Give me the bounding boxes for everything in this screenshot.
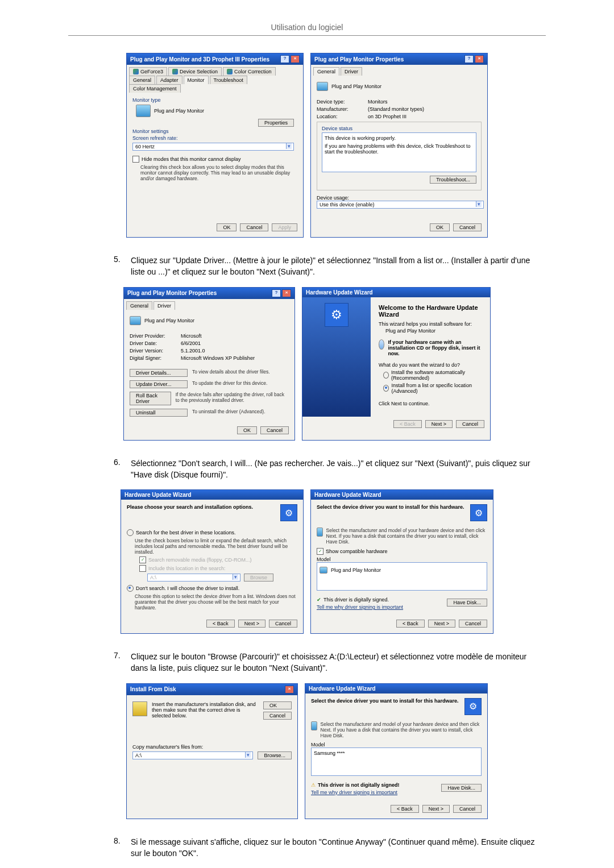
ok-button[interactable]: OK [217,223,237,231]
figure-row-3: Hardware Update Wizard Please choose you… [68,489,546,634]
radio-search-best[interactable] [127,529,134,536]
driver-details-button[interactable]: Driver Details... [130,369,188,377]
browse-button[interactable]: Browse... [258,751,292,759]
cancel-button[interactable]: Cancel [269,620,297,628]
device-type-value: Monitors [368,99,388,105]
hide-modes-help: Clearing this check box allows you to se… [140,164,297,181]
device-usage-select[interactable]: Use this device (enable) [317,201,484,209]
next-button[interactable]: Next > [422,805,450,813]
tab-troubleshoot[interactable]: Troubleshoot [210,76,247,84]
hide-modes-checkbox[interactable] [132,156,139,163]
wizard-help-text: Select the manufacturer and model of you… [321,721,482,738]
tab-color-management[interactable]: Color Management [129,84,181,93]
cancel-button[interactable]: Cancel [456,420,484,428]
model-item[interactable]: Plug and Play Monitor [331,567,381,573]
driver-version-value: 5.1.2001.0 [181,348,205,354]
refresh-rate-label: Screen refresh rate: [132,135,297,141]
update-driver-button[interactable]: Update Driver... [130,380,188,388]
figure-row-4: Install From Disk × Insert the manufactu… [68,683,546,819]
checkbox-removable-media [139,556,146,563]
tab-geforce3[interactable]: GeForce3 [129,67,167,76]
help-icon[interactable]: ? [464,55,474,63]
driver-date-label: Driver Date: [130,340,181,346]
model-label: Model [317,556,487,562]
close-icon[interactable]: × [282,289,291,297]
next-button[interactable]: Next > [238,620,265,628]
floppy-icon [132,701,147,716]
cancel-button[interactable]: Cancel [263,712,292,720]
tab-general[interactable]: General [129,76,155,84]
radio-search-best-help: Use the check boxes below to limit or ex… [135,538,297,555]
cancel-button[interactable]: Cancel [453,805,482,813]
next-button[interactable]: Next > [428,620,455,628]
step-number: 5. [114,255,131,278]
close-icon[interactable]: × [285,686,294,693]
hardware-wizard-select-driver-dialog-2: Hardware Update Wizard Select the device… [305,683,488,819]
back-button[interactable]: < Back [391,805,419,813]
tell-me-why-link[interactable]: Tell me why driver signing is important [311,790,400,795]
monitor-name: Plug and Play Monitor [331,84,381,89]
tab-device-selection[interactable]: Device Selection [168,67,222,76]
apply-button[interactable]: Apply [272,223,297,231]
close-icon[interactable]: × [291,55,300,63]
browse-button: Browse [244,574,273,582]
device-status-box: This device is working properly. If you … [322,132,476,172]
tell-me-why-link[interactable]: Tell me why driver signing is important [317,604,403,610]
have-disk-button[interactable]: Have Disk... [441,784,482,792]
tab-driver[interactable]: Driver [154,301,175,310]
radio-dont-search[interactable] [127,585,134,592]
window-title: Plug and Play Monitor Properties [314,56,404,63]
ok-button[interactable]: OK [263,701,292,709]
location-label: Location: [317,114,368,119]
hide-modes-label: Hide modes that this monitor cannot disp… [142,156,241,162]
checkbox-removable-media-label: Search removable media (floppy, CD-ROM..… [148,557,251,563]
back-button[interactable]: < Back [393,420,422,428]
cancel-button[interactable]: Cancel [459,620,487,628]
model-listbox[interactable]: Plug and Play Monitor [317,562,487,591]
tab-adapter[interactable]: Adapter [156,76,182,84]
tab-driver[interactable]: Driver [341,67,362,76]
cancel-button[interactable]: Cancel [453,223,482,231]
tabs-row1: GeForce3 Device Selection Color Correcti… [127,65,303,76]
window-title: Install From Disk [130,686,176,692]
tab-color-correction[interactable]: Color Correction [223,67,276,76]
show-compatible-checkbox[interactable] [317,548,323,555]
header-divider [68,35,546,36]
wizard-device-name: Plug and Play Monitor [385,328,482,334]
have-disk-button[interactable]: Have Disk... [447,599,487,607]
hardware-wizard-select-driver-dialog: Hardware Update Wizard Select the device… [310,489,493,634]
figure-row-1: Plug and Play Monitor and 3D Prophet III… [68,53,546,238]
radio-dont-search-label: Don't search. I will choose the driver t… [136,585,239,591]
back-button[interactable]: < Back [396,620,425,628]
next-button[interactable]: Next > [425,420,453,428]
radio-install-list[interactable] [383,385,389,392]
driver-provider-value: Microsoft [181,333,202,339]
refresh-rate-select[interactable]: 60 Hertz [132,143,294,151]
tab-monitor[interactable]: Monitor [184,76,209,84]
back-button[interactable]: < Back [206,620,235,628]
help-icon[interactable]: ? [280,55,289,63]
close-icon[interactable]: × [475,55,484,63]
ok-button[interactable]: OK [430,223,450,231]
copy-path-select[interactable]: A:\ [132,751,253,759]
properties-button[interactable]: Properties [258,119,294,127]
monitor-icon [317,528,323,537]
radio-dont-search-help: Choose this option to select the device … [135,593,297,610]
cancel-button[interactable]: Cancel [240,223,268,231]
radio-install-auto[interactable] [383,372,389,379]
cancel-button[interactable]: Cancel [260,426,289,434]
model-item[interactable]: Samsung **** [314,750,479,756]
uninstall-button[interactable]: Uninstall [130,409,188,417]
driver-version-label: Driver Version: [130,348,181,354]
hardware-wizard-welcome-dialog: Hardware Update Wizard ⚙ Welcome to the … [302,287,491,441]
rollback-driver-button[interactable]: Roll Back Driver [130,392,171,405]
tab-general[interactable]: General [126,301,152,310]
troubleshoot-button[interactable]: Troubleshoot... [430,176,476,184]
wizard-heading: Select the device driver you want to ins… [317,504,464,510]
help-icon[interactable]: ? [272,289,281,297]
monitor-settings-label: Monitor settings [132,128,297,134]
ok-button[interactable]: OK [237,426,257,434]
tab-general[interactable]: General [313,67,339,76]
copy-from-label: Copy manufacturer's files from: [132,744,292,750]
model-listbox[interactable]: Samsung **** [311,747,482,776]
